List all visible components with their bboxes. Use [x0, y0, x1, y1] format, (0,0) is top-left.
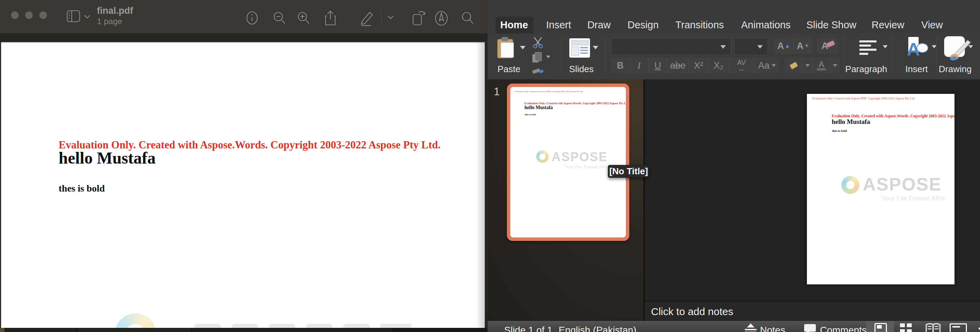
slide-count: Slide 1 of 1 — [504, 325, 552, 332]
font-format-bar: B I U abe X² X₂ AV↔ Aa — [611, 57, 779, 73]
slides-label[interactable]: Slides — [569, 64, 594, 75]
font-name-combo[interactable] — [611, 38, 731, 55]
slide-editing-area: Evaluation Only. Created with Aspose.PDF… — [645, 79, 980, 301]
insert-letter: A — [907, 39, 920, 60]
preview-content: Evaluation Only. Created with Aspose.Wor… — [0, 34, 488, 332]
clear-format-button[interactable]: A — [817, 38, 838, 54]
notes-panel[interactable]: Click to add notes — [645, 301, 980, 322]
slide-thumbnail-selected[interactable]: Evaluation Only. Created with Aspose.PDF… — [507, 83, 629, 241]
search-icon[interactable] — [461, 11, 475, 26]
paragraph-label[interactable]: Paragraph — [845, 64, 887, 75]
comments-icon[interactable] — [804, 324, 816, 332]
document-body-text: thes is bold — [59, 183, 105, 194]
slide-title-tooltip: [No Title] — [608, 165, 649, 178]
thumb-aspose-tagline: Your File Format APIs — [565, 164, 608, 169]
normal-view-button[interactable] — [866, 321, 894, 332]
font-size-buttons: A▲ A▼ — [774, 38, 813, 54]
zoom-out-icon[interactable] — [272, 11, 287, 26]
fill-sign-icon[interactable] — [434, 10, 449, 26]
character-spacing-button[interactable]: AV↔ — [729, 57, 754, 73]
slide-thumbnail-panel: 1 Evaluation Only. Created with Aspose.P… — [488, 79, 643, 321]
page-edge-shadow — [476, 42, 485, 328]
markup-pencil-icon[interactable] — [359, 10, 375, 26]
slide-canvas[interactable]: Evaluation Only. Created with Aspose.PDF… — [807, 94, 955, 284]
zoom-window-button[interactable] — [39, 11, 47, 19]
rotate-icon[interactable] — [410, 9, 427, 26]
close-window-button[interactable] — [11, 11, 19, 19]
paste-label[interactable]: Paste — [498, 64, 521, 75]
scissors-icon[interactable] — [531, 36, 545, 49]
ppt-ribbon: Paste Slides — [488, 34, 980, 80]
slide-body-text: thes is bold — [832, 129, 847, 132]
subscript-button[interactable]: X₂ — [709, 57, 729, 73]
share-icon[interactable] — [323, 10, 337, 26]
insert-label[interactable]: Insert — [905, 64, 928, 75]
increase-font-icon[interactable]: A▲ — [774, 38, 794, 54]
highlight-dropdown-arrow[interactable] — [803, 57, 812, 73]
insert-dropdown-arrow[interactable] — [932, 45, 937, 48]
slideshow-icon[interactable] — [950, 323, 966, 332]
drawing-dropdown-arrow[interactable] — [968, 45, 973, 48]
tab-review[interactable]: Review — [871, 17, 904, 34]
copy-icon[interactable] — [532, 52, 541, 62]
preview-bottom-strip — [0, 328, 488, 332]
reading-view-icon[interactable] — [925, 323, 941, 332]
spacing-arrow: ↔ — [738, 65, 745, 72]
drawing-label[interactable]: Drawing — [939, 64, 971, 75]
underline-button[interactable]: U — [649, 57, 667, 73]
insert-shape-icon[interactable]: A — [907, 37, 929, 58]
tab-draw[interactable]: Draw — [587, 17, 611, 34]
tab-transitions[interactable]: Transitions — [676, 17, 724, 34]
comments-label[interactable]: Comments — [820, 325, 867, 332]
zoom-in-icon[interactable] — [297, 11, 311, 26]
zoom-out-minus-icon[interactable] — [978, 327, 980, 330]
font-color-icon[interactable]: A — [813, 57, 831, 73]
decrease-font-icon[interactable]: A▼ — [794, 38, 813, 54]
highlight-icon[interactable] — [785, 57, 803, 73]
font-size-combo[interactable] — [734, 38, 768, 55]
aspose-watermark-lettertops — [194, 324, 415, 328]
tab-home[interactable]: Home — [500, 17, 528, 34]
pdf-page: Evaluation Only. Created with Aspose.Wor… — [1, 42, 485, 328]
aspose-logo-swirl — [115, 313, 156, 328]
slide-thumbnail-page: Evaluation Only. Created with Aspose.PDF… — [510, 87, 626, 238]
aspose-logo-swirl — [536, 150, 549, 163]
paragraph-lines-icon[interactable] — [859, 40, 879, 56]
tab-insert[interactable]: Insert — [546, 17, 571, 34]
paste-dropdown-arrow[interactable] — [520, 46, 525, 49]
superscript-button[interactable]: X² — [689, 57, 709, 73]
chevron-down-icon[interactable] — [387, 14, 395, 20]
info-icon[interactable] — [245, 11, 259, 25]
strikethrough-button[interactable]: abe — [667, 57, 689, 73]
tab-animations[interactable]: Animations — [741, 17, 790, 34]
aspose-logo-swirl — [842, 176, 859, 194]
sidebar-icon[interactable] — [66, 9, 81, 24]
notes-toggle-label[interactable]: Notes — [760, 325, 785, 332]
copy-dropdown-arrow[interactable] — [546, 56, 550, 58]
toolbar-divider — [381, 9, 382, 26]
language-status[interactable]: English (Pakistan) — [558, 325, 636, 332]
notes-toggle-icon[interactable] — [745, 323, 757, 332]
slide-heading: hello Mustafa — [832, 118, 870, 126]
format-painter-icon[interactable] — [532, 65, 546, 77]
clipboard-icon[interactable] — [497, 37, 517, 58]
slide-aspose-text: ASPOSE — [863, 174, 942, 195]
paragraph-dropdown-arrow[interactable] — [883, 45, 888, 48]
slide-layout-icon[interactable] — [569, 38, 590, 57]
tab-design[interactable]: Design — [628, 17, 659, 34]
chevron-down-icon[interactable] — [83, 14, 91, 19]
font-color-dropdown-arrow[interactable] — [831, 57, 840, 73]
tab-slide-show[interactable]: Slide Show — [806, 17, 856, 34]
tab-view[interactable]: View — [921, 17, 943, 34]
bold-button[interactable]: B — [611, 57, 630, 73]
screen: final.pdf 1 page — [0, 0, 980, 332]
drawing-brush-icon[interactable] — [944, 36, 965, 57]
thumb-heading: hello Mustafa — [525, 105, 553, 110]
thumb-words-watermark: Evaluation Only. Created with Aspose.Wor… — [525, 101, 626, 105]
slides-dropdown-arrow[interactable] — [593, 46, 598, 49]
slide-sorter-icon[interactable] — [900, 323, 914, 332]
minimize-window-button[interactable] — [25, 11, 33, 19]
change-case-button[interactable]: Aa — [754, 57, 779, 73]
ppt-titlebar: P PDFToPPT_out Search — [488, 0, 980, 17]
italic-button[interactable]: I — [630, 57, 648, 73]
